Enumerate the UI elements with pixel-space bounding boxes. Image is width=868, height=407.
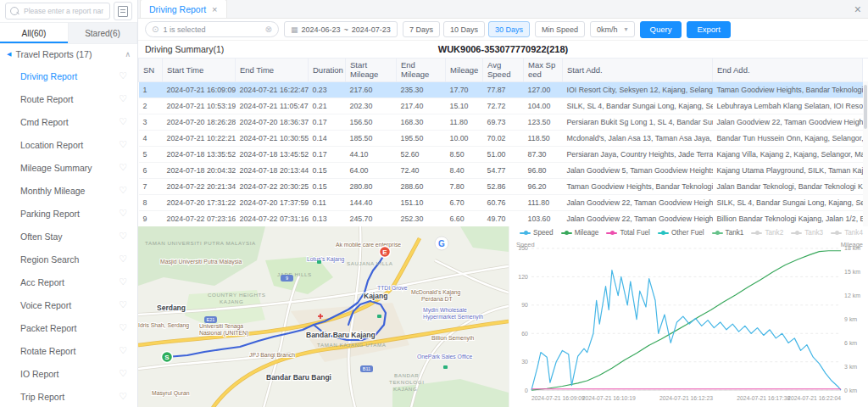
sidebar-item-region-search[interactable]: Region Search♡ xyxy=(0,248,137,270)
legend-item-other-fuel[interactable]: Other Fuel xyxy=(658,229,704,237)
favorite-heart-icon[interactable]: ♡ xyxy=(119,185,127,196)
legend-item-tank1[interactable]: Tank1 xyxy=(712,229,744,237)
table-cell: 245.70 xyxy=(346,210,397,226)
table-cell: 2024-07-22 07:23:16 xyxy=(163,210,236,226)
favorite-heart-icon[interactable]: ♡ xyxy=(119,208,127,219)
sidebar-item-monthly-mileage[interactable]: Monthly Mileage♡ xyxy=(0,179,137,202)
sidebar-item-acc-report[interactable]: Acc Report♡ xyxy=(0,270,137,293)
table-cell: 104.00 xyxy=(524,98,563,114)
query-button[interactable]: Query xyxy=(640,21,682,38)
favorite-heart-icon[interactable]: ♡ xyxy=(119,299,127,310)
range-button-7-days[interactable]: 7 Days xyxy=(403,21,440,37)
sidebar-item-driving-report[interactable]: Driving Report♡ xyxy=(0,64,137,87)
table-row[interactable]: 12024-07-21 16:09:092024-07-21 16:22:470… xyxy=(139,81,863,98)
legend-item-tank2[interactable]: Tank2 xyxy=(751,229,783,237)
clear-selection-icon[interactable]: ⊗ xyxy=(265,25,272,34)
date-start: 2024-06-23 xyxy=(302,25,341,34)
sidebar-item-mileage-summary[interactable]: Mileage Summary♡ xyxy=(0,156,137,179)
table-row[interactable]: 52024-07-18 13:35:522024-07-18 13:45:520… xyxy=(139,146,863,162)
legend-marker xyxy=(791,232,802,234)
sidebar-item-packet-report[interactable]: Packet Report♡ xyxy=(0,316,137,339)
sidebar-tab-all-60[interactable]: All(60) xyxy=(0,23,69,43)
legend-item-mileage[interactable]: Mileage xyxy=(561,229,599,237)
range-button-10-days[interactable]: 10 Days xyxy=(443,21,485,37)
date-range-picker[interactable]: ▦ 2024-06-23 ~ 2024-07-23 xyxy=(284,21,398,37)
sidebar-item-location-report[interactable]: Location Report♡ xyxy=(0,133,137,156)
device-select[interactable]: ⊙ 1 is selected ⊗ xyxy=(145,21,279,37)
route-map[interactable]: TAMAN UNIVERSITI PUTRA MALAYSIAMasjid Un… xyxy=(138,226,509,407)
sidebar-item-often-stay[interactable]: Often Stay♡ xyxy=(0,225,137,248)
sidebar-item-io-report[interactable]: IO Report♡ xyxy=(0,362,137,385)
table-cell: 0.14 xyxy=(309,130,346,146)
map-label: TAMAN UNIVERSITI PUTRA MALAYSIA xyxy=(145,240,256,246)
table-cell: 54.77 xyxy=(483,162,524,178)
table-cell: 7 xyxy=(139,178,163,194)
favorite-heart-icon[interactable]: ♡ xyxy=(119,93,127,104)
table-row[interactable]: 82024-07-20 17:31:222024-07-20 17:37:590… xyxy=(139,194,863,210)
legend-label: Mileage xyxy=(575,229,599,237)
document-icon xyxy=(118,6,128,17)
tab-label: Driving Report xyxy=(149,4,206,14)
legend-item-tank3[interactable]: Tank3 xyxy=(791,229,823,237)
sidebar-item-label: Route Report xyxy=(20,94,73,104)
table-row[interactable]: 22024-07-21 10:53:192024-07-21 11:05:470… xyxy=(139,98,863,114)
sidebar-tab-stared-6[interactable]: Stared(6) xyxy=(69,23,137,43)
favorite-heart-icon[interactable]: ♡ xyxy=(119,391,127,402)
min-speed-label: Min Speed xyxy=(535,21,585,37)
travel-reports-group-header[interactable]: ◀ Travel Reports (17) ∧ xyxy=(0,44,137,64)
report-search-input[interactable] xyxy=(22,6,105,16)
table-cell: 103.60 xyxy=(524,210,563,226)
table-cell: 156.50 xyxy=(346,114,397,130)
favorite-heart-icon[interactable]: ♡ xyxy=(119,231,127,242)
tab-close-icon[interactable]: × xyxy=(212,4,217,14)
report-search-box[interactable] xyxy=(5,3,110,20)
table-cell: IOI Resort City, Seksyen 12, Kajang, Sel… xyxy=(563,81,713,98)
favorite-heart-icon[interactable]: ♡ xyxy=(119,345,127,356)
favorite-heart-icon[interactable]: ♡ xyxy=(119,116,127,127)
sidebar-item-cmd-report[interactable]: Cmd Report♡ xyxy=(0,110,137,133)
sidebar-item-label: IO Report xyxy=(20,369,59,379)
chevron-up-icon[interactable]: ∧ xyxy=(125,50,131,59)
x-axis-tick-label: 2024-07-21 16:12:23 xyxy=(659,395,713,401)
sidebar-item-route-report[interactable]: Route Report♡ xyxy=(0,87,137,110)
sidebar-item-parking-report[interactable]: Parking Report♡ xyxy=(0,202,137,225)
favorite-heart-icon[interactable]: ♡ xyxy=(119,70,127,81)
table-cell: SILK, SL 4, Bandar Sungai Long, Kajang, … xyxy=(713,194,863,210)
map-label: KAJANG xyxy=(220,298,243,304)
tab-driving-report[interactable]: Driving Report × xyxy=(140,0,227,18)
legend-label: Speed xyxy=(533,229,554,237)
column-header-avg-speed: Avg Speed xyxy=(483,59,524,81)
legend-item-speed[interactable]: Speed xyxy=(520,229,554,237)
legend-label: Tank1 xyxy=(726,229,744,237)
sidebar-item-voice-report[interactable]: Voice Report♡ xyxy=(0,293,137,316)
table-scrollbar[interactable] xyxy=(863,81,868,226)
sidebar-item-trip-report[interactable]: Trip Report♡ xyxy=(0,385,137,407)
table-row[interactable]: 72024-07-22 20:21:342024-07-22 20:30:250… xyxy=(139,178,863,194)
summary-row: Driving Summary(1) WUK9006-353077770922(… xyxy=(138,41,868,58)
favorite-heart-icon[interactable]: ♡ xyxy=(119,368,127,379)
map-label: Masjid Universiti Putra Malaysia xyxy=(160,259,242,265)
table-row[interactable]: 62024-07-18 20:04:322024-07-18 20:13:440… xyxy=(139,162,863,178)
sidebar-item-rotate-report[interactable]: Rotate Report♡ xyxy=(0,339,137,362)
min-speed-select[interactable]: 0km/h ▾ xyxy=(590,21,635,37)
favorite-heart-icon[interactable]: ♡ xyxy=(119,139,127,150)
table-cell: 2024-07-22 07:31:16 xyxy=(236,210,309,226)
panel-close-icon[interactable]: × xyxy=(854,3,861,16)
table-row[interactable]: 32024-07-20 18:26:282024-07-20 18:36:370… xyxy=(139,114,863,130)
table-cell: 2024-07-21 10:22:21 xyxy=(163,130,236,146)
range-button-30-days[interactable]: 30 Days xyxy=(488,21,530,37)
scrollbar-thumb[interactable] xyxy=(864,85,867,129)
legend-item-total-fuel[interactable]: Total Fuel xyxy=(606,229,650,237)
favorite-heart-icon[interactable]: ♡ xyxy=(119,322,127,333)
table-row[interactable]: 92024-07-22 07:23:162024-07-22 07:31:160… xyxy=(139,210,863,226)
column-header-max-speed: Max Speed xyxy=(524,59,563,81)
favorite-heart-icon[interactable]: ♡ xyxy=(119,162,127,173)
range-button-group: 7 Days10 Days30 Days xyxy=(403,21,530,37)
table-cell: 144.40 xyxy=(346,194,397,210)
favorite-heart-icon[interactable]: ♡ xyxy=(119,254,127,265)
report-list-button[interactable] xyxy=(114,2,132,20)
table-row[interactable]: 42024-07-21 10:22:212024-07-21 10:30:550… xyxy=(139,130,863,146)
legend-item-tank4[interactable]: Tank4 xyxy=(831,229,863,237)
favorite-heart-icon[interactable]: ♡ xyxy=(119,276,127,287)
export-button[interactable]: Export xyxy=(687,21,730,38)
